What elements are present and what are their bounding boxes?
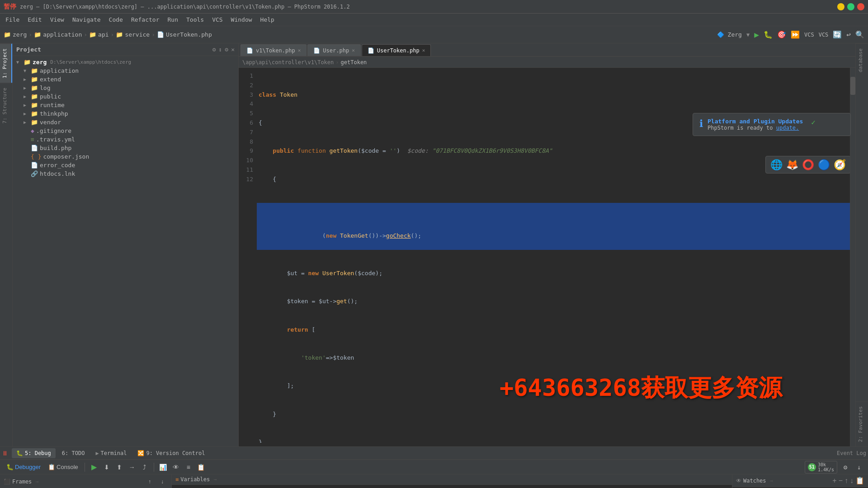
- run-to-cursor-btn[interactable]: ⤴: [139, 462, 150, 473]
- update-button[interactable]: 🔄: [833, 30, 842, 39]
- debug-button[interactable]: 🐛: [764, 30, 773, 39]
- menu-run[interactable]: Run: [164, 14, 182, 25]
- tree-extend[interactable]: 📁 extend: [13, 75, 238, 84]
- run-config-dropdown[interactable]: ▼: [746, 32, 750, 38]
- tree-root-arrow: [16, 60, 22, 65]
- vtab-structure[interactable]: 7: Structure: [0, 83, 12, 128]
- tab-usertoken-close[interactable]: ✕: [422, 47, 425, 53]
- menu-navigate[interactable]: Navigate: [69, 14, 104, 25]
- resume-btn[interactable]: ▶: [89, 462, 99, 473]
- debug-sep-2: [154, 463, 154, 472]
- event-log-label[interactable]: Event Log: [837, 450, 866, 456]
- tree-travis[interactable]: ≡ .travis.yml: [13, 135, 238, 144]
- menu-file[interactable]: File: [2, 14, 23, 25]
- menu-tools[interactable]: Tools: [183, 14, 208, 25]
- firefox-icon[interactable]: 🦊: [786, 159, 798, 170]
- copy-btn[interactable]: 📋: [196, 462, 207, 473]
- tree-build[interactable]: 📄 build.php: [13, 144, 238, 152]
- tab-usertoken-php[interactable]: 📄 UserToken.php ✕: [362, 44, 431, 56]
- tab-token-close[interactable]: ✕: [298, 47, 301, 53]
- tree-gitignore[interactable]: ◆ .gitignore: [13, 127, 238, 135]
- frames-down-btn[interactable]: ↓: [157, 476, 168, 487]
- search-nav-button[interactable]: 🔍: [855, 30, 864, 39]
- menu-window[interactable]: Window: [227, 14, 256, 25]
- coverage-button[interactable]: 🎯: [777, 30, 786, 39]
- tree-vendor[interactable]: 📁 vendor: [13, 118, 238, 127]
- minimize-button[interactable]: ─: [837, 3, 844, 10]
- project-sync-icon[interactable]: ↕: [219, 46, 222, 53]
- tree-root[interactable]: 📁 zerg D:\Server\xampp\htdocs\zerg: [13, 58, 238, 66]
- debug-tab-label: 5: Debug: [25, 450, 51, 456]
- tab-terminal[interactable]: ▶ Terminal: [91, 448, 131, 458]
- debugger-tab-btn[interactable]: 🐛 Debugger: [4, 463, 43, 471]
- project-close-icon[interactable]: ✕: [231, 46, 235, 53]
- tab-version-control[interactable]: 🔀 9: Version Control: [133, 448, 209, 458]
- menu-refactor[interactable]: Refactor: [127, 14, 163, 25]
- composer-label: composer.json: [43, 153, 89, 160]
- step-into-btn[interactable]: ⬆: [114, 462, 125, 473]
- ie-icon[interactable]: 🔵: [818, 159, 830, 170]
- tree-htdocs[interactable]: 🔗 htdocs.lnk: [13, 169, 238, 178]
- maximize-button[interactable]: □: [847, 3, 854, 10]
- close-debug-btn[interactable]: ↓: [854, 462, 864, 473]
- step-over-btn[interactable]: ⬇: [101, 462, 112, 473]
- nav-zerg[interactable]: zerg: [13, 31, 27, 38]
- watch-copy-btn[interactable]: 📋: [855, 476, 864, 485]
- undo-button[interactable]: ↩: [846, 30, 851, 39]
- scrollbar-thumb[interactable]: [850, 77, 855, 95]
- nav-application[interactable]: application: [43, 31, 82, 38]
- chrome-icon[interactable]: 🌐: [770, 159, 783, 170]
- tab-user-php[interactable]: 📄 User.php ✕: [307, 44, 360, 56]
- tree-public[interactable]: 📁 public: [13, 92, 238, 101]
- tree-application[interactable]: 📁 application: [13, 66, 238, 75]
- menu-code[interactable]: Code: [105, 14, 127, 25]
- project-gear-icon[interactable]: ⚙: [212, 46, 216, 53]
- console-tab-btn[interactable]: 📋 Console: [45, 463, 81, 471]
- nav-service[interactable]: service: [125, 31, 150, 38]
- watch-down-btn[interactable]: ↓: [850, 476, 854, 485]
- menu-vcs[interactable]: VCS: [208, 14, 226, 25]
- watches-arrow: →: [770, 478, 773, 484]
- tree-composer[interactable]: { } composer.json: [13, 152, 238, 161]
- menu-help[interactable]: Help: [257, 14, 278, 25]
- tree-log[interactable]: 📁 log: [13, 84, 238, 92]
- public-label: public: [40, 93, 61, 100]
- tree-thinkphp[interactable]: 📁 thinkphp: [13, 109, 238, 118]
- step-out-btn[interactable]: →: [127, 462, 137, 473]
- step-over-nav[interactable]: ⏩: [791, 30, 800, 39]
- tab-token-php[interactable]: 📄 v1\Token.php ✕: [241, 44, 307, 56]
- tab-todo[interactable]: 6: TODO: [57, 448, 90, 458]
- nav-sep-1: ›: [28, 31, 32, 38]
- menu-edit[interactable]: Edit: [24, 14, 45, 25]
- tree-error-code[interactable]: 📄 error_code: [13, 161, 238, 169]
- tree-public-arrow: [24, 94, 29, 99]
- safari-icon[interactable]: 🧭: [834, 159, 846, 170]
- tab-debug[interactable]: 🐛 5: Debug: [12, 448, 56, 458]
- vtab-database[interactable]: database: [856, 43, 868, 77]
- evaluate-btn[interactable]: 📊: [158, 462, 169, 473]
- vtab-project[interactable]: 1: Project: [0, 43, 12, 83]
- opera-icon[interactable]: ⭕: [802, 159, 814, 170]
- nav-usertoken[interactable]: UserToken.php: [166, 31, 212, 38]
- settings-btn[interactable]: ⚙: [840, 462, 851, 473]
- file-tree-panel: Project ⚙ ↕ ⚙ ✕ 📁 zerg D:\Server\xampp\h…: [13, 43, 239, 446]
- watch-up-btn[interactable]: ↑: [844, 476, 848, 485]
- title-text: zerg – [D:\Server\xampp\htdocs\zerg] – .…: [20, 4, 837, 10]
- watch-remove-btn[interactable]: −: [839, 476, 843, 485]
- code-editor[interactable]: 1 2 3 4 5 6 7 8 9 10 11 12 class Token {…: [239, 68, 855, 446]
- nav-api[interactable]: api: [98, 31, 108, 38]
- tab-user-close[interactable]: ✕: [352, 47, 355, 53]
- tree-runtime[interactable]: 📁 runtime: [13, 101, 238, 109]
- watch-add-btn[interactable]: +: [832, 476, 836, 485]
- notif-link[interactable]: update.: [776, 125, 799, 131]
- project-settings-icon[interactable]: ⚙: [225, 46, 228, 53]
- watch-btn[interactable]: 👁: [170, 462, 181, 473]
- root-path: D:\Server\xampp\htdocs\zerg: [50, 59, 131, 65]
- notif-check-icon: ✓: [811, 118, 816, 127]
- vtab-favorites[interactable]: 2: Favorites: [856, 401, 868, 446]
- run-button[interactable]: ▶: [754, 30, 759, 39]
- menu-view[interactable]: View: [47, 14, 68, 25]
- frames-btn[interactable]: ≡: [183, 462, 194, 473]
- frames-up-btn[interactable]: ↑: [144, 476, 155, 487]
- close-button[interactable]: ✕: [857, 3, 864, 10]
